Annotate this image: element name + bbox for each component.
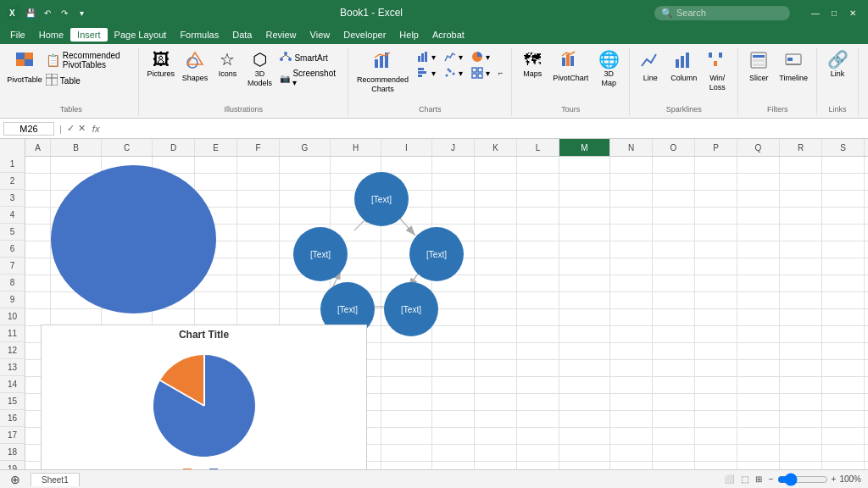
close-btn[interactable]: ✕ (844, 4, 861, 21)
cell-T7[interactable] (865, 258, 868, 275)
cell-O11[interactable] (653, 326, 695, 343)
cell-B7[interactable] (51, 258, 102, 275)
cell-M14[interactable] (559, 377, 610, 394)
cell-Q12[interactable] (737, 343, 780, 360)
cell-S2[interactable] (822, 174, 865, 191)
cell-R2[interactable] (780, 174, 822, 191)
cell-Q3[interactable] (737, 191, 780, 208)
cell-J3[interactable] (432, 191, 475, 208)
cell-O8[interactable] (653, 275, 695, 292)
row-num-4[interactable]: 4 (0, 207, 25, 224)
cell-T6[interactable] (865, 241, 868, 258)
cell-G9[interactable] (280, 292, 331, 309)
cell-N2[interactable] (610, 174, 653, 191)
col-header-S[interactable]: S (822, 139, 865, 156)
cell-R19[interactable] (780, 462, 822, 469)
cell-A4[interactable] (25, 208, 51, 225)
cell-T14[interactable] (865, 377, 868, 394)
cell-E3[interactable] (195, 191, 237, 208)
cell-O18[interactable] (653, 445, 695, 462)
line-chart-btn[interactable]: ▾ (441, 49, 466, 64)
cell-H9[interactable] (331, 292, 381, 309)
recommended-charts-btn[interactable]: RecommendedCharts (353, 49, 412, 96)
col-header-N[interactable]: N (610, 139, 653, 156)
cell-P12[interactable] (695, 343, 737, 360)
cell-J4[interactable] (432, 208, 475, 225)
cell-T10[interactable] (865, 309, 868, 326)
cell-E2[interactable] (195, 174, 237, 191)
cell-I18[interactable] (381, 445, 432, 462)
cell-Q19[interactable] (737, 462, 780, 469)
cell-I16[interactable] (381, 411, 432, 428)
cell-K4[interactable] (475, 208, 517, 225)
cell-D2[interactable] (153, 174, 195, 191)
cell-N10[interactable] (610, 309, 653, 326)
cell-T1[interactable] (865, 157, 868, 174)
cell-E6[interactable] (195, 241, 237, 258)
cell-M3[interactable] (559, 191, 610, 208)
col-header-J[interactable]: J (432, 139, 475, 156)
cell-S10[interactable] (822, 309, 865, 326)
menu-view[interactable]: View (303, 28, 337, 42)
cell-M15[interactable] (559, 394, 610, 411)
col-header-T[interactable]: T (865, 139, 868, 156)
cell-O13[interactable] (653, 360, 695, 377)
cell-J12[interactable] (432, 343, 475, 360)
zoom-slider[interactable] (777, 473, 828, 486)
cell-R10[interactable] (780, 309, 822, 326)
table-btn[interactable]: Table (42, 72, 134, 90)
cell-I1[interactable] (381, 157, 432, 174)
cell-R9[interactable] (780, 292, 822, 309)
cell-K9[interactable] (475, 292, 517, 309)
cell-K15[interactable] (475, 394, 517, 411)
col-header-B[interactable]: B (51, 139, 102, 156)
column-sparkline-btn[interactable]: Column (667, 49, 700, 85)
cell-D9[interactable] (153, 292, 195, 309)
row-num-7[interactable]: 7 (0, 258, 25, 274)
cell-L11[interactable] (517, 326, 559, 343)
row-num-11[interactable]: 11 (0, 325, 25, 342)
row-num-3[interactable]: 3 (0, 190, 25, 207)
cell-D8[interactable] (153, 275, 195, 292)
cell-G4[interactable] (280, 208, 331, 225)
cell-B2[interactable] (51, 174, 102, 191)
cell-N16[interactable] (610, 411, 653, 428)
cell-A1[interactable] (25, 157, 51, 174)
cell-K1[interactable] (475, 157, 517, 174)
menu-review[interactable]: Review (259, 28, 303, 42)
screenshot-btn[interactable]: 📷 Screenshot ▾ (276, 67, 342, 89)
cell-A10[interactable] (25, 309, 51, 326)
pivot-table-btn[interactable]: PivotTable (8, 49, 41, 86)
slicer-btn[interactable]: Slicer (743, 49, 774, 85)
cell-S5[interactable] (822, 225, 865, 241)
cell-N9[interactable] (610, 292, 653, 309)
cell-O12[interactable] (653, 343, 695, 360)
cell-O4[interactable] (653, 208, 695, 225)
cell-N12[interactable] (610, 343, 653, 360)
win-loss-btn[interactable]: Win/Loss (702, 49, 732, 94)
row-num-18[interactable]: 18 (0, 444, 25, 461)
cell-B9[interactable] (51, 292, 102, 309)
cell-N14[interactable] (610, 377, 653, 394)
cell-M17[interactable] (559, 428, 610, 445)
cell-S6[interactable] (822, 241, 865, 258)
cell-I19[interactable] (381, 462, 432, 469)
cell-G10[interactable] (280, 309, 331, 326)
cell-N17[interactable] (610, 428, 653, 445)
cell-M18[interactable] (559, 445, 610, 462)
col-header-Q[interactable]: Q (737, 139, 780, 156)
cell-P11[interactable] (695, 326, 737, 343)
cell-S9[interactable] (822, 292, 865, 309)
cell-C5[interactable] (102, 225, 153, 241)
cell-Q9[interactable] (737, 292, 780, 309)
cell-M19[interactable] (559, 462, 610, 469)
cell-R4[interactable] (780, 208, 822, 225)
cell-I8[interactable] (381, 275, 432, 292)
cell-P18[interactable] (695, 445, 737, 462)
cell-S15[interactable] (822, 394, 865, 411)
pictures-btn[interactable]: 🖼 Pictures (144, 49, 177, 80)
cell-E10[interactable] (195, 309, 237, 326)
cell-F3[interactable] (237, 191, 280, 208)
row-num-6[interactable]: 6 (0, 241, 25, 258)
cell-S14[interactable] (822, 377, 865, 394)
